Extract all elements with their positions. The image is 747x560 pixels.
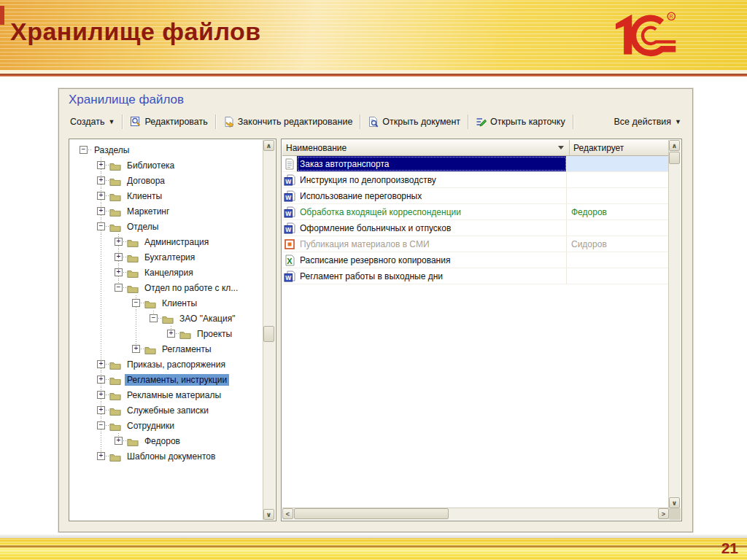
tree-item[interactable]: +Канцелярия	[69, 265, 264, 280]
finish-editing-button[interactable]: Закончить редактирование	[218, 114, 358, 130]
edit-button[interactable]: Редактировать	[125, 114, 212, 130]
table-horizontal-scrollbar[interactable]: < >	[282, 508, 669, 520]
expand-toggle-icon[interactable]: +	[97, 406, 105, 414]
scroll-up-icon[interactable]: ∧	[669, 140, 680, 151]
expand-toggle-icon[interactable]: +	[97, 161, 105, 169]
create-button[interactable]: Создать▼	[65, 114, 120, 129]
tree-item[interactable]: +Регламенты	[69, 341, 264, 357]
tree-item[interactable]: +Приказы, распоряжения	[69, 357, 264, 372]
tree-item[interactable]: +Шаблоны документов	[69, 448, 264, 464]
scroll-down-icon[interactable]: ∨	[669, 497, 680, 508]
column-header-name[interactable]: Наименование	[282, 140, 570, 155]
tree-item-label[interactable]: Рекламные материалы	[125, 389, 223, 401]
tree-vertical-scrollbar[interactable]: ∧ ∨	[263, 140, 275, 520]
tree-item-label[interactable]: Регламенты	[160, 343, 214, 355]
tree-item[interactable]: +Договора	[69, 173, 264, 188]
expand-toggle-icon[interactable]: +	[132, 345, 140, 353]
table-row[interactable]: WИспользование переговорных	[282, 188, 669, 204]
tree-item[interactable]: −Разделы	[69, 142, 264, 158]
table-vscrollbar-thumb[interactable]	[669, 152, 680, 164]
table-row[interactable]: Публикация материалов в СМИСидоров	[282, 236, 669, 252]
tree-item-label[interactable]: Проекты	[195, 328, 234, 340]
tree-item-label[interactable]: Бухгалтерия	[142, 252, 197, 263]
all-actions-button[interactable]: Все действия▼	[608, 114, 686, 129]
tree-item[interactable]: +Федоров	[69, 433, 264, 448]
table-vertical-scrollbar[interactable]: ∧ ∨	[668, 140, 681, 508]
tree-item[interactable]: −ЗАО "Акация"	[69, 311, 264, 326]
table-hscrollbar-thumb[interactable]	[294, 508, 449, 519]
scroll-up-icon[interactable]: ∧	[263, 140, 274, 151]
scroll-down-icon[interactable]: ∨	[263, 509, 274, 520]
open-card-button[interactable]: Открыть карточку	[471, 114, 570, 130]
scroll-right-icon[interactable]: >	[658, 508, 669, 519]
expand-toggle-icon[interactable]: +	[97, 376, 105, 384]
table-row[interactable]: WРегламент работы в выходные дни	[282, 268, 669, 284]
tree-item-label[interactable]: Клиенты	[160, 298, 199, 309]
table-row[interactable]: WИнструкция по делопроизводству	[282, 172, 669, 188]
tree-item-label[interactable]: Служебные записки	[125, 405, 211, 416]
tree-item[interactable]: +Библиотека	[69, 158, 264, 173]
tree-item[interactable]: +Администрация	[69, 234, 264, 249]
tree-item-label[interactable]: Федоров	[142, 435, 182, 447]
expand-toggle-icon[interactable]: +	[97, 391, 105, 399]
tree-item-label[interactable]: Сотрудники	[125, 420, 177, 432]
tree-scrollbar-thumb[interactable]	[263, 326, 274, 342]
tree-item-label[interactable]: Приказы, распоряжения	[125, 359, 228, 370]
tree-item[interactable]: +Клиенты	[69, 188, 264, 203]
tree-item[interactable]: +Проекты	[69, 326, 264, 341]
tree-item-label[interactable]: Библиотека	[125, 160, 177, 171]
expand-toggle-icon[interactable]: +	[97, 207, 105, 215]
expand-toggle-icon[interactable]: +	[115, 437, 123, 445]
tree-item[interactable]: +Рекламные материалы	[69, 387, 264, 402]
tree-item-label[interactable]: Отдел по работе с кл...	[142, 282, 240, 294]
collapse-toggle-icon[interactable]: −	[132, 299, 140, 307]
expand-toggle-icon[interactable]: +	[97, 192, 105, 200]
tree-item-label[interactable]: ЗАО "Акация"	[177, 313, 237, 324]
file-name-cell[interactable]: Расписание резервного копирования	[297, 252, 567, 268]
expand-toggle-icon[interactable]: +	[115, 238, 123, 246]
scroll-left-icon[interactable]: <	[282, 508, 293, 519]
file-name-cell[interactable]: Заказ автотранспорта	[297, 156, 567, 171]
file-name-cell[interactable]: Публикация материалов в СМИ	[297, 236, 567, 252]
expand-toggle-icon[interactable]: +	[97, 176, 105, 184]
expand-toggle-icon[interactable]: +	[97, 452, 105, 460]
tree-item-label[interactable]: Шаблоны документов	[125, 451, 217, 462]
tree-item[interactable]: +Бухгалтерия	[69, 249, 264, 265]
tree-item[interactable]: −Сотрудники	[69, 418, 264, 433]
file-name-cell[interactable]: Использование переговорных	[297, 188, 567, 203]
tree-item[interactable]: −Отдел по работе с кл...	[69, 280, 264, 295]
collapse-toggle-icon[interactable]: −	[97, 222, 105, 230]
tree-item-label[interactable]: Клиенты	[125, 190, 164, 202]
expand-toggle-icon[interactable]: +	[115, 253, 123, 261]
tree-item-label[interactable]: Администрация	[142, 236, 211, 248]
table-row[interactable]: Заказ автотранспорта	[282, 156, 669, 172]
tree-item-label[interactable]: Договора	[125, 175, 167, 187]
table-row[interactable]: WОформление больничных и отпусков	[282, 220, 669, 236]
file-name-cell[interactable]: Оформление больничных и отпусков	[297, 220, 567, 236]
tree-item[interactable]: −Отделы	[69, 219, 264, 234]
open-document-button[interactable]: Открыть документ	[363, 114, 465, 130]
tree-item-label[interactable]: Регламенты, инструкции	[125, 374, 229, 386]
column-header-editor[interactable]: Редактирует	[570, 140, 669, 155]
file-name-cell[interactable]: Регламент работы в выходные дни	[297, 268, 567, 284]
collapse-toggle-icon[interactable]: −	[80, 146, 88, 154]
tree-item[interactable]: +Регламенты, инструкции	[69, 372, 264, 387]
collapse-toggle-icon[interactable]: −	[115, 284, 123, 292]
tree-item-label[interactable]: Канцелярия	[142, 267, 196, 279]
expand-toggle-icon[interactable]: +	[97, 360, 105, 368]
tree-item-label[interactable]: Разделы	[92, 144, 131, 156]
file-name-cell[interactable]: Обработка входящей корреспонденции	[297, 204, 567, 219]
expand-toggle-icon[interactable]: +	[167, 330, 175, 338]
file-name-cell[interactable]: Инструкция по делопроизводству	[297, 172, 567, 187]
table-row[interactable]: XРасписание резервного копирования	[282, 252, 669, 268]
editor-cell	[567, 252, 669, 268]
collapse-toggle-icon[interactable]: −	[97, 421, 105, 429]
tree-item-label[interactable]: Маркетинг	[125, 206, 171, 217]
tree-item[interactable]: −Клиенты	[69, 295, 264, 311]
expand-toggle-icon[interactable]: +	[115, 268, 123, 276]
table-row[interactable]: WОбработка входящей корреспонденцииФедор…	[282, 204, 669, 220]
tree-item[interactable]: +Служебные записки	[69, 402, 264, 418]
collapse-toggle-icon[interactable]: −	[150, 314, 158, 322]
tree-item-label[interactable]: Отделы	[125, 221, 160, 233]
tree-item[interactable]: +Маркетинг	[69, 203, 264, 219]
